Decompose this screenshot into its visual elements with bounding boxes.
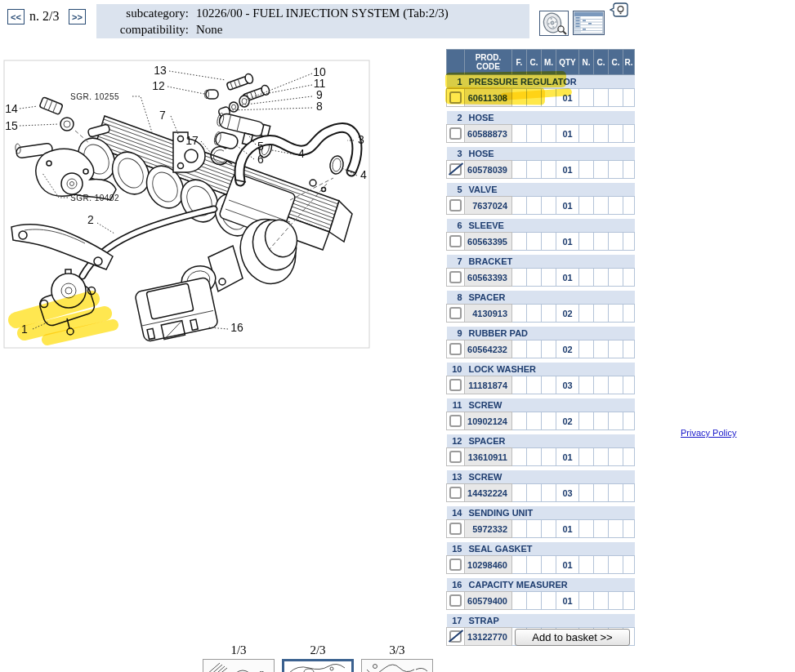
compatibility-label: compatibility: [96, 21, 196, 38]
tab-sheet-1[interactable]: 1/3 [203, 643, 275, 672]
part-name: SPACER [465, 434, 635, 448]
row-checkbox[interactable] [449, 91, 462, 104]
privacy-policy-link[interactable]: Privacy Policy [681, 428, 736, 438]
empty-cell [579, 376, 594, 394]
part-name: PRESSURE REGULATOR [465, 75, 635, 89]
screws-cluster [205, 73, 271, 118]
empty-cell [447, 89, 465, 107]
callout-17: 17 [185, 134, 199, 147]
parts-table-body: 1PRESSURE REGULATOR60611308012HOSE605888… [447, 75, 635, 651]
empty-cell [447, 376, 465, 394]
part-number: 1 [447, 75, 465, 89]
product-code: 60563393 [465, 269, 512, 287]
empty-cell [512, 89, 527, 107]
row-checkbox[interactable] [449, 594, 462, 607]
col-c2: C. [594, 50, 609, 75]
empty-cell [623, 592, 635, 610]
row-checkbox[interactable] [449, 415, 462, 427]
parts-table: PROD. CODE F. C. M. QTY N. C. C. R. 1PRE… [446, 49, 635, 650]
row-checkbox[interactable] [449, 451, 462, 463]
product-code: 5972332 [465, 520, 512, 538]
col-c3: C. [609, 50, 623, 75]
row-checkbox[interactable] [449, 523, 462, 535]
temperature-sensor [39, 97, 90, 144]
part-name: LOCK WASHER [465, 363, 635, 376]
part-name: HOSE [465, 147, 635, 161]
tab-thumbnail[interactable] [203, 659, 275, 672]
col-m: M. [542, 50, 556, 75]
empty-cell [512, 197, 527, 215]
empty-cell [594, 161, 609, 179]
subcategory-value: 10226/00 - FUEL INJECTION SYSTEM (Tab:2/… [196, 5, 529, 21]
empty-cell [623, 376, 635, 394]
tab-thumbnail[interactable] [282, 659, 354, 672]
qty-value: 01 [556, 89, 579, 107]
row-checkbox[interactable] [449, 235, 462, 247]
part-name: BRACKET [465, 255, 635, 269]
tab-thumbnail[interactable] [361, 659, 433, 672]
empty-cell [623, 305, 635, 323]
add-to-basket-button[interactable]: Add to basket >> [515, 629, 630, 646]
tab-sheet-3[interactable]: 3/3 [361, 643, 433, 672]
qty-value: 01 [556, 233, 579, 251]
row-checkbox[interactable] [449, 271, 462, 283]
row-checkbox[interactable] [449, 343, 462, 355]
hint-bulb-icon[interactable] [610, 2, 628, 19]
empty-cell [594, 520, 609, 538]
empty-cell [623, 556, 635, 574]
empty-cell [594, 233, 609, 251]
empty-cell [594, 340, 609, 358]
part-number: 15 [447, 542, 465, 556]
subcategory-panel: subcategory: 10226/00 - FUEL INJECTION S… [96, 4, 529, 38]
qty-value: 01 [556, 161, 579, 179]
tab-label: 2/3 [282, 643, 354, 657]
product-code: 60564232 [465, 340, 512, 358]
product-code: 60588873 [465, 125, 512, 143]
spacer-row [447, 646, 635, 651]
empty-cell [579, 520, 594, 538]
empty-cell [609, 233, 623, 251]
qty-value: 01 [556, 448, 579, 466]
empty-cell [609, 197, 623, 215]
callout-1: 1 [21, 323, 28, 336]
product-code: 7637024 [465, 197, 512, 215]
row-checkbox[interactable] [449, 487, 462, 499]
empty-cell [447, 448, 465, 466]
row-checkbox[interactable] [449, 199, 462, 211]
empty-cell [579, 556, 594, 574]
empty-cell [594, 592, 609, 610]
part-zoom-icon[interactable] [539, 11, 569, 36]
part-name: RUBBER PAD [465, 327, 635, 340]
row-checkbox[interactable] [449, 559, 462, 571]
empty-cell [542, 269, 556, 287]
row-checkbox[interactable] [449, 307, 462, 319]
row-checkbox-crossed[interactable] [449, 163, 462, 176]
next-page-button[interactable]: >> [69, 9, 86, 24]
empty-cell [512, 233, 527, 251]
empty-cell [447, 556, 465, 574]
empty-cell [512, 340, 527, 358]
empty-cell [609, 520, 623, 538]
empty-cell [447, 233, 465, 251]
empty-cell [594, 269, 609, 287]
empty-cell [527, 197, 542, 215]
group-row: 16CAPACITY MEASURER [447, 578, 635, 592]
sgr-label-10255: SGR. 10255 [70, 92, 119, 101]
empty-cell [447, 592, 465, 610]
tab-sheet-2-selected[interactable]: 2/3 [282, 643, 354, 672]
empty-cell [447, 646, 635, 651]
empty-cell [609, 125, 623, 143]
col-f: F. [512, 50, 527, 75]
table-view-icon[interactable] [573, 11, 605, 35]
part-number: 11 [447, 398, 465, 412]
group-row: 12SPACER [447, 434, 635, 448]
empty-cell [527, 305, 542, 323]
group-row: 13SCREW [447, 470, 635, 484]
row-checkbox[interactable] [449, 379, 462, 391]
row-checkbox-crossed[interactable] [449, 630, 462, 643]
empty-cell [542, 161, 556, 179]
part-name: SEAL GASKET [465, 542, 635, 556]
prev-page-button[interactable]: << [7, 9, 25, 24]
group-row: 1PRESSURE REGULATOR [447, 75, 635, 89]
row-checkbox[interactable] [449, 127, 462, 140]
